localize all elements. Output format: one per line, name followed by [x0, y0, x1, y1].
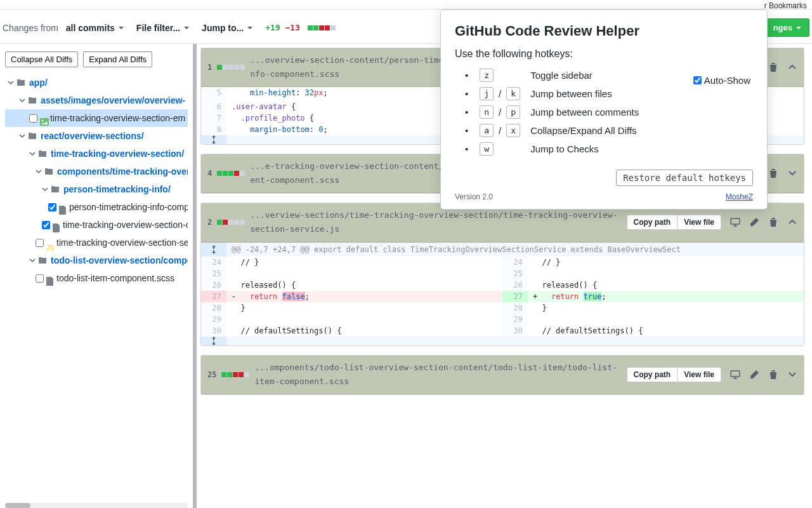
- popup-title: GitHub Code Review Helper: [455, 23, 753, 39]
- tree-folder[interactable]: components/time-tracking-over: [5, 163, 188, 180]
- line-number: 24: [201, 257, 226, 268]
- restore-hotkeys-button[interactable]: Restore default hotkeys: [616, 170, 753, 186]
- tree-file[interactable]: JStime-tracking-overview-section-se: [5, 234, 188, 251]
- file-checkbox[interactable]: [36, 239, 44, 247]
- tree-folder[interactable]: react/overview-sections/: [5, 127, 188, 145]
- line-number: 25: [201, 268, 226, 279]
- tree-file[interactable]: todo-list-item-component.scss: [5, 269, 188, 287]
- caret-icon: [184, 27, 189, 29]
- caret-icon: [119, 27, 124, 29]
- view-file-button[interactable]: View file: [677, 367, 721, 382]
- author-link[interactable]: MosheZ: [726, 192, 753, 201]
- copy-path-button[interactable]: Copy path: [627, 367, 678, 382]
- kbd-key: n: [480, 105, 494, 119]
- file-checkbox[interactable]: [42, 221, 50, 229]
- monitor-icon[interactable]: [730, 217, 740, 227]
- extension-popup: GitHub Code Review Helper Use the follow…: [440, 10, 768, 210]
- diff-bars: [217, 220, 245, 225]
- chevron-icon[interactable]: [787, 370, 797, 380]
- svg-rect-5: [731, 371, 740, 377]
- file-filter-dropdown[interactable]: File filter...: [136, 23, 189, 33]
- tree-file[interactable]: person-timetracking-info-comp: [5, 198, 188, 216]
- hunk-header: @@ -24,7 +24,7 @@ export default class T…: [226, 243, 804, 257]
- file-checkbox[interactable]: [36, 274, 44, 283]
- bookmark-label: r Bookmarks: [764, 1, 807, 10]
- tree-folder[interactable]: assets/images/overview/overview-: [5, 91, 188, 109]
- code-line: [528, 268, 804, 279]
- folder-icon: [38, 150, 47, 157]
- auto-show-checkbox[interactable]: [693, 76, 702, 84]
- line-number: 28: [502, 302, 528, 314]
- review-changes-button[interactable]: nges: [765, 18, 809, 37]
- file-checkbox[interactable]: [29, 114, 37, 123]
- tree-folder[interactable]: todo-list-overview-section/compo: [5, 251, 188, 269]
- hotkey-item: wJump to Checks: [480, 140, 753, 158]
- file-path: ...omponents/todo-list-overview-section-…: [254, 361, 621, 389]
- svg-rect-4: [731, 218, 740, 224]
- hotkey-item: n/pJump between comments: [480, 103, 753, 121]
- change-count: 4: [207, 169, 212, 178]
- folder-icon: [28, 97, 37, 104]
- code-line: [528, 314, 804, 325]
- file-diff-block: 25...omponents/todo-list-overview-sectio…: [200, 355, 804, 395]
- auto-show-label: Auto-Show: [704, 75, 750, 86]
- sidebar-scrollbar[interactable]: [5, 503, 188, 508]
- trash-icon[interactable]: [768, 217, 778, 227]
- scss-file-icon: [53, 224, 60, 234]
- line-number: 30: [201, 325, 226, 337]
- tree-folder[interactable]: time-tracking-overview-section/: [5, 145, 188, 163]
- hotkey-item: a/xCollapse/Expand All Diffs: [480, 121, 753, 140]
- trash-icon[interactable]: [768, 168, 778, 178]
- hotkey-item: j/kJump between files: [480, 84, 753, 103]
- chevron-icon[interactable]: [787, 217, 797, 227]
- line-number: 7: [201, 112, 226, 124]
- expand-icon[interactable]: [201, 337, 226, 345]
- svg-point-1: [42, 120, 44, 122]
- tree-file[interactable]: time-tracking-overview-section-em: [5, 109, 188, 127]
- code-line: [226, 314, 502, 325]
- trash-icon[interactable]: [768, 62, 778, 72]
- view-file-button[interactable]: View file: [677, 215, 721, 230]
- code-line: // }: [528, 257, 804, 268]
- kbd-key: w: [480, 142, 494, 156]
- image-file-icon: [40, 117, 49, 127]
- tree-folder[interactable]: person-timetracking-info/: [5, 180, 188, 198]
- expand-all-button[interactable]: Expand All Diffs: [83, 51, 152, 67]
- chevron-down-icon: [29, 150, 36, 157]
- folder-icon: [28, 132, 37, 140]
- tree-folder[interactable]: app/: [5, 74, 188, 91]
- tree-file[interactable]: time-tracking-overview-section-c: [5, 216, 188, 234]
- expand-icon[interactable]: [201, 243, 226, 257]
- code-line: // defaultSettings() {: [226, 325, 502, 337]
- pencil-icon[interactable]: [749, 217, 759, 227]
- kbd-key: k: [506, 87, 520, 100]
- kbd-key: p: [506, 105, 520, 119]
- code-line-added: + return true;: [528, 291, 804, 302]
- line-number: 6: [201, 101, 226, 112]
- folder-icon: [51, 185, 60, 193]
- changes-from-dropdown[interactable]: Changes from all commits: [3, 23, 124, 33]
- code-line: }: [528, 302, 804, 314]
- chevron-icon[interactable]: [787, 168, 797, 178]
- change-count: 2: [207, 218, 212, 227]
- chevron-down-icon: [29, 257, 36, 264]
- pencil-icon[interactable]: [749, 370, 759, 380]
- diff-bars: [217, 65, 245, 70]
- line-number: 28: [201, 302, 226, 314]
- copy-path-button[interactable]: Copy path: [627, 215, 678, 230]
- collapse-all-button[interactable]: Collapse All Diffs: [5, 51, 78, 67]
- jump-to-dropdown[interactable]: Jump to...: [202, 23, 252, 33]
- trash-icon[interactable]: [768, 370, 778, 380]
- code-line: released() {: [226, 279, 502, 291]
- file-checkbox[interactable]: [48, 203, 56, 211]
- line-number: 26: [201, 279, 226, 291]
- js-file-icon: JS: [46, 244, 54, 251]
- folder-icon: [16, 79, 25, 86]
- chevron-down-icon: [8, 79, 14, 86]
- chevron-icon[interactable]: [787, 62, 797, 72]
- monitor-icon[interactable]: [730, 370, 740, 380]
- kbd-key: a: [480, 124, 494, 137]
- diff-bars: [221, 372, 249, 377]
- popup-intro: Use the following hotkeys:: [455, 48, 753, 60]
- expand-icon[interactable]: [201, 135, 226, 144]
